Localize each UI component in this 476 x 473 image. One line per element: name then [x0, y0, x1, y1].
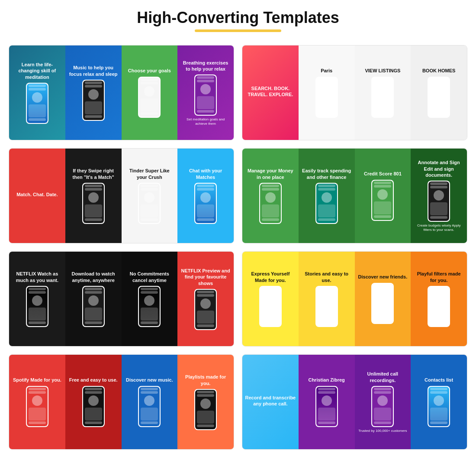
panel-text-snapchat-0: Express Yourself Made for you.: [245, 271, 296, 283]
panel-meditation-0[interactable]: Learn the life-changing skill of meditat…: [9, 45, 65, 140]
panel-recording-3[interactable]: Contacts list: [411, 355, 467, 449]
phone-screen-finance-2: [372, 181, 393, 220]
phone-mockup-spotify-1: [82, 386, 105, 427]
panel-text-recording-2: Unlimited call recordings.: [357, 371, 408, 383]
card-snapchat: Express Yourself Made for you.Stories an…: [242, 251, 467, 347]
panel-text-meditation-0: Learn the life-changing skill of meditat…: [12, 62, 63, 80]
panel-meditation-2[interactable]: Choose your goals: [122, 45, 178, 140]
panel-text-netflix-1: Download to watch anytime, anywhere: [68, 271, 119, 283]
panel-text-snapchat-1: Stories and easy to use.: [301, 271, 352, 283]
phone-screen-meditation-0: [27, 84, 48, 123]
panel-text-netflix-2: No Commitments cancel anytime: [124, 271, 175, 283]
phone-screen-airbnb-3: [428, 78, 449, 117]
panel-text-recording-0: Record and transcribe any phone call.: [245, 395, 296, 407]
panel-snapchat-0[interactable]: Express Yourself Made for you.: [242, 252, 299, 346]
panel-text-netflix-3: NETFLIX Preview and find your favourite …: [180, 268, 231, 286]
panel-meditation-1[interactable]: Music to help you focus relax and sleep: [65, 45, 122, 140]
panel-text-airbnb-0: SEARCH. BOOK. TRAVEL. EXPLORE.: [245, 85, 296, 98]
panel-netflix-2[interactable]: No Commitments cancel anytime: [122, 252, 178, 346]
phone-screen-meditation-2: [139, 78, 160, 117]
panel-recording-2[interactable]: Unlimited call recordings.Trusted by 100…: [355, 355, 411, 449]
panel-netflix-1[interactable]: Download to watch anytime, anywhere: [65, 252, 122, 346]
panel-airbnb-2[interactable]: VIEW LISTINGS: [355, 45, 411, 140]
phone-mockup-snapchat-3: [428, 286, 450, 327]
phone-mockup-airbnb-3: [428, 77, 450, 118]
page-title: High-Converting Templates: [9, 9, 467, 27]
panel-tinder-3[interactable]: Chat with your Matches: [177, 149, 234, 243]
phone-mockup-spotify-0: [26, 386, 48, 427]
panel-text-spotify-2: Discover new music.: [126, 377, 173, 383]
panel-text-recording-3: Contacts list: [425, 377, 453, 383]
panel-text-tinder-1: If they Swipe right then "It's a Match": [68, 168, 119, 180]
phone-mockup-airbnb-1: [315, 77, 338, 118]
panel-text-tinder-3: Chat with your Matches: [180, 168, 231, 180]
phone-screen-netflix-0: [27, 287, 48, 326]
panel-snapchat-1[interactable]: Stories and easy to use.: [299, 252, 355, 346]
phone-screen-recording-2: [372, 387, 393, 426]
phone-mockup-recording-3: [428, 386, 450, 427]
phone-screen-tinder-3: [195, 184, 216, 223]
panel-text-spotify-1: Free and easy to use.: [69, 377, 118, 383]
panel-finance-3[interactable]: Annotate and Sign Edit and sign document…: [411, 149, 467, 243]
phone-mockup-snapchat-0: [259, 286, 282, 327]
title-underline: [195, 29, 281, 32]
phone-screen-airbnb-2: [372, 78, 393, 117]
panel-snapchat-3[interactable]: Playful filters made for you.: [411, 252, 467, 346]
phone-mockup-meditation-3: [194, 75, 217, 116]
phone-mockup-netflix-0: [26, 286, 48, 327]
panel-netflix-0[interactable]: NETFLIX Watch as much as you want.: [9, 252, 65, 346]
phone-mockup-netflix-3: [194, 289, 217, 330]
panel-spotify-2[interactable]: Discover new music.: [122, 355, 178, 449]
panel-recording-1[interactable]: Christian Zibreg: [299, 355, 355, 449]
panel-netflix-3[interactable]: NETFLIX Preview and find your favourite …: [177, 252, 234, 346]
panel-spotify-0[interactable]: Spotify Made for you.: [9, 355, 65, 449]
panel-airbnb-1[interactable]: Paris: [299, 45, 355, 140]
phone-mockup-tinder-2: [138, 183, 161, 224]
phone-mockup-recording-1: [315, 386, 338, 427]
phone-screen-meditation-1: [83, 81, 104, 120]
phone-screen-spotify-3: [195, 390, 216, 429]
panel-tinder-2[interactable]: Tinder Super Like your Crush: [122, 149, 178, 243]
phone-screen-airbnb-1: [316, 78, 337, 117]
phone-screen-netflix-2: [139, 287, 160, 326]
panel-finance-2[interactable]: Credit Score 801: [355, 149, 411, 243]
panel-finance-1[interactable]: Easily track spending and other finance: [299, 149, 355, 243]
panel-meditation-3[interactable]: Breathing exercises to help your relaxSe…: [177, 45, 234, 140]
panel-text-finance-2: Credit Score 801: [364, 171, 402, 177]
card-airbnb: SEARCH. BOOK. TRAVEL. EXPLORE.ParisVIEW …: [242, 45, 467, 140]
panel-text-airbnb-1: Paris: [321, 68, 332, 74]
panel-recording-0[interactable]: Record and transcribe any phone call.: [242, 355, 299, 449]
panel-airbnb-0[interactable]: SEARCH. BOOK. TRAVEL. EXPLORE.: [242, 45, 299, 140]
phone-mockup-finance-0: [259, 183, 282, 224]
bottom-text-recording-2: Trusted by 100,000+ customers: [358, 429, 407, 433]
panel-finance-0[interactable]: Manage your Money in one place: [242, 149, 299, 243]
phone-screen-netflix-3: [195, 290, 216, 329]
phone-screen-finance-3: [428, 181, 449, 221]
phone-screen-snapchat-2: [372, 284, 393, 323]
bottom-text-meditation-3: Set meditation goals and achieve them: [180, 117, 231, 126]
panel-text-spotify-0: Spotify Made for you.: [13, 377, 61, 383]
phone-screen-tinder-1: [83, 184, 104, 223]
phone-mockup-meditation-2: [138, 77, 161, 118]
panel-airbnb-3[interactable]: BOOK HOMES: [411, 45, 467, 140]
phone-mockup-airbnb-2: [371, 77, 394, 118]
phone-screen-finance-0: [260, 184, 281, 223]
phone-mockup-netflix-2: [138, 286, 161, 327]
panel-text-recording-1: Christian Zibreg: [308, 377, 344, 383]
phone-screen-finance-1: [316, 184, 337, 223]
panel-text-snapchat-2: Discover new friends.: [358, 274, 408, 280]
panel-tinder-0[interactable]: Match. Chat. Date.: [9, 149, 65, 243]
phone-screen-netflix-1: [83, 287, 104, 326]
card-spotify: Spotify Made for you.Free and easy to us…: [9, 354, 234, 450]
panel-text-netflix-0: NETFLIX Watch as much as you want.: [12, 271, 63, 283]
panel-spotify-1[interactable]: Free and easy to use.: [65, 355, 122, 449]
panel-snapchat-2[interactable]: Discover new friends.: [355, 252, 411, 346]
card-netflix: NETFLIX Watch as much as you want.Downlo…: [9, 251, 234, 347]
panel-text-snapchat-3: Playful filters made for you.: [413, 271, 464, 283]
phone-mockup-meditation-0: [26, 83, 48, 124]
phone-mockup-spotify-3: [194, 389, 217, 430]
panel-tinder-1[interactable]: If they Swipe right then "It's a Match": [65, 149, 122, 243]
panel-spotify-3[interactable]: Playlists made for you.: [177, 355, 234, 449]
phone-mockup-spotify-2: [138, 386, 161, 427]
panel-text-airbnb-2: VIEW LISTINGS: [365, 68, 400, 74]
